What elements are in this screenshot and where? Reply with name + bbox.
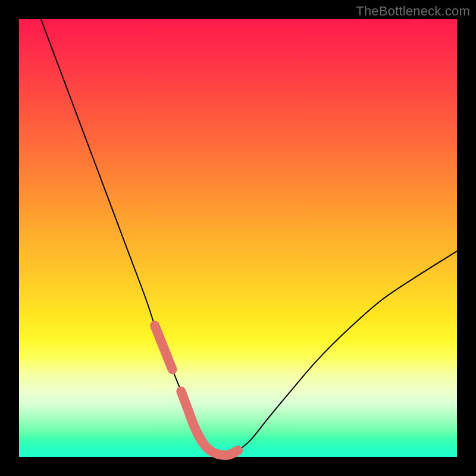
watermark-text: TheBottleneck.com [356,4,470,19]
bottleneck-curve [41,19,457,455]
chart-frame: TheBottleneck.com [0,0,476,476]
curve-layer [19,19,457,457]
highlight-valley [181,392,238,455]
plot-area [19,19,457,457]
highlight-left-descent [155,325,172,369]
